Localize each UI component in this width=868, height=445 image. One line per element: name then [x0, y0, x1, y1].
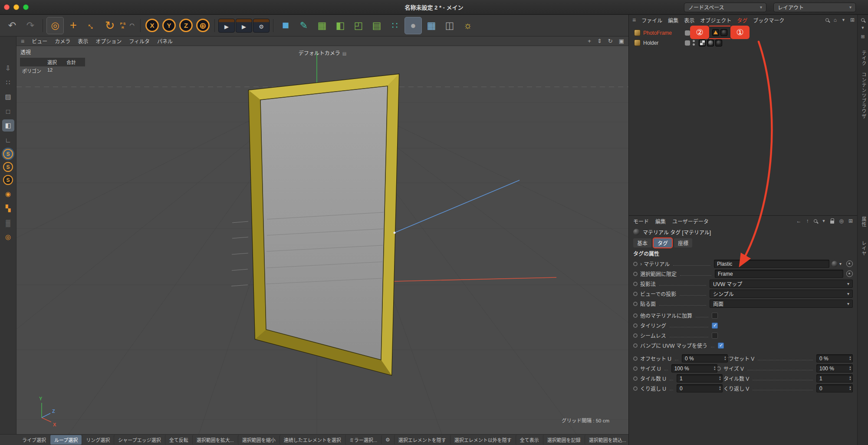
home-icon[interactable]: ⌂: [834, 17, 837, 23]
key-circle-icon[interactable]: [633, 366, 638, 371]
stepper-field[interactable]: 1 ▲▼: [677, 374, 723, 382]
key-circle-icon[interactable]: [633, 302, 638, 306]
uvw-tag-icon[interactable]: [699, 40, 706, 46]
polygon-mode-icon[interactable]: ◧: [2, 119, 14, 132]
key-circle-icon[interactable]: [633, 262, 638, 266]
coordinate-system-button[interactable]: ⊕: [196, 19, 210, 32]
viewport-menu-item[interactable]: カメラ: [55, 37, 70, 45]
bottom-toolbar-item[interactable]: ⚙: [381, 435, 394, 444]
scale-tool[interactable]: ↔: [79, 13, 104, 38]
key-circle-icon[interactable]: [633, 343, 638, 348]
selection-restrict-field[interactable]: Frame: [715, 270, 843, 278]
volume-builder-button[interactable]: ●: [404, 17, 422, 34]
chevron-down-icon[interactable]: ▾: [839, 261, 842, 266]
bottom-toolbar-item[interactable]: 連続したエレメントを選択: [279, 435, 345, 445]
object-name[interactable]: Holder: [643, 40, 658, 46]
undo-icon[interactable]: ↶: [3, 17, 21, 34]
move-tool[interactable]: +: [65, 17, 82, 34]
add-panel-icon[interactable]: ⊞: [850, 17, 855, 23]
bottom-toolbar-item[interactable]: シャープエッジ選択: [114, 435, 164, 445]
attribute-tab[interactable]: タグ: [654, 238, 672, 247]
lock-icon[interactable]: [830, 221, 834, 224]
make-editable-icon[interactable]: ⇩: [2, 62, 14, 74]
maximize-view-icon[interactable]: ▣: [619, 38, 624, 44]
polygon-selection-tag-icon[interactable]: [712, 29, 719, 36]
subdivision-surface-button[interactable]: ▦: [313, 17, 331, 34]
visibility-dots-icon[interactable]: [693, 40, 695, 46]
mograph-button[interactable]: ∷: [386, 17, 404, 34]
object-manager-menu-item[interactable]: ブックマーク: [753, 16, 784, 24]
object-manager-menu-item[interactable]: 編集: [668, 16, 678, 24]
modeling-button[interactable]: ▤: [368, 17, 385, 34]
key-circle-icon[interactable]: [633, 376, 638, 381]
light-object-button[interactable]: ☼: [459, 17, 477, 34]
material-preview-icon[interactable]: [832, 261, 838, 267]
bottom-toolbar-item[interactable]: ミラー選択...: [345, 435, 381, 445]
stepper-arrows-icon[interactable]: ▲▼: [724, 356, 727, 361]
checkbox[interactable]: [718, 343, 724, 349]
back-icon[interactable]: ←: [796, 218, 802, 224]
add-primitive-cube-button[interactable]: ■: [277, 17, 294, 34]
axis-mode-icon[interactable]: ∟: [2, 134, 14, 146]
minimize-window-button[interactable]: [13, 4, 19, 10]
object-manager-menu-item[interactable]: ファイル: [641, 16, 662, 24]
bottom-toolbar-item[interactable]: 選択範囲を拡大...: [192, 435, 238, 445]
side-tab-layers[interactable]: レイヤ: [860, 241, 867, 256]
live-selection-tool[interactable]: ◎: [46, 17, 64, 34]
expander-icon[interactable]: ›: [640, 260, 642, 267]
pan-view-icon[interactable]: +: [588, 38, 591, 44]
filter-icon[interactable]: ▼: [842, 18, 845, 22]
bottom-toolbar-item[interactable]: 選択範囲を記録: [543, 435, 585, 445]
workplane-icon[interactable]: ◎: [2, 231, 14, 243]
target-icon[interactable]: ◎: [839, 218, 843, 224]
rotate-view-icon[interactable]: ↻: [608, 38, 613, 44]
add-panel-icon[interactable]: ⊞: [861, 34, 865, 40]
array-button[interactable]: ▦: [423, 17, 440, 34]
bottom-toolbar-item[interactable]: リング選択: [82, 435, 114, 445]
photo-frame-object[interactable]: [249, 74, 399, 375]
dropdown-select[interactable]: 両面 ▾: [710, 300, 853, 308]
side-tab-take[interactable]: テイク: [860, 50, 867, 66]
key-circle-icon[interactable]: [633, 282, 638, 286]
stepper-arrows-icon[interactable]: ▲▼: [719, 376, 721, 381]
viewport-menu-item[interactable]: オプション: [95, 37, 122, 45]
layer-toggle-icon[interactable]: [685, 30, 690, 36]
snap-enable-icon[interactable]: S: [3, 149, 13, 159]
bottom-toolbar-item[interactable]: 選択エレメント以外を隠す: [450, 435, 516, 445]
point-mode-icon[interactable]: ∷: [2, 76, 14, 89]
close-window-button[interactable]: [4, 4, 10, 10]
up-icon[interactable]: ↑: [806, 218, 809, 224]
bottom-toolbar-item[interactable]: 選択エレメントを隠す: [394, 435, 450, 445]
camera-object-button[interactable]: ◫: [441, 17, 458, 34]
rotate-tool[interactable]: ↻: [101, 17, 118, 34]
key-circle-icon[interactable]: [633, 272, 638, 276]
snap-settings-icon[interactable]: S: [3, 175, 13, 185]
texture-mode-icon[interactable]: ▨: [2, 91, 14, 103]
zoom-window-button[interactable]: [23, 4, 29, 10]
key-circle-icon[interactable]: [633, 386, 638, 391]
selection-picker-icon[interactable]: [846, 270, 853, 277]
filter-icon[interactable]: ▼: [861, 26, 865, 30]
layout-select[interactable]: レイアウト ▾: [773, 3, 856, 12]
stepper-field[interactable]: 0 ▲▼: [816, 384, 853, 392]
material-tag-icon[interactable]: [707, 40, 714, 46]
stepper-arrows-icon[interactable]: ▲▼: [849, 356, 852, 361]
stepper-field[interactable]: 0 % ▲▼: [816, 354, 853, 363]
stepper-arrows-icon[interactable]: ▲▼: [849, 376, 852, 381]
object-manager-menu-item[interactable]: タグ: [737, 16, 747, 24]
generator-button[interactable]: ◧: [332, 17, 349, 34]
stepper-arrows-icon[interactable]: ▲▼: [719, 386, 721, 391]
checkbox[interactable]: [712, 313, 718, 319]
hamburger-icon[interactable]: ≡: [21, 38, 24, 45]
bottom-toolbar-item[interactable]: ライブ選択: [18, 435, 50, 445]
key-circle-icon[interactable]: [633, 292, 638, 296]
stepper-arrows-icon[interactable]: ▲▼: [713, 366, 716, 371]
attribute-menu-item[interactable]: ユーザーデータ: [672, 218, 709, 225]
object-name[interactable]: PhotoFrame: [643, 30, 672, 36]
stepper-field[interactable]: 100 % ▲▼: [671, 364, 717, 372]
stepper-field[interactable]: 1 ▲▼: [816, 374, 853, 382]
checkbox[interactable]: [712, 333, 718, 339]
side-tab-content-browser[interactable]: コンテンツブラウザ: [860, 72, 867, 119]
spline-pen-button[interactable]: ✎: [295, 17, 312, 34]
attribute-tab[interactable]: 座標: [674, 238, 692, 247]
